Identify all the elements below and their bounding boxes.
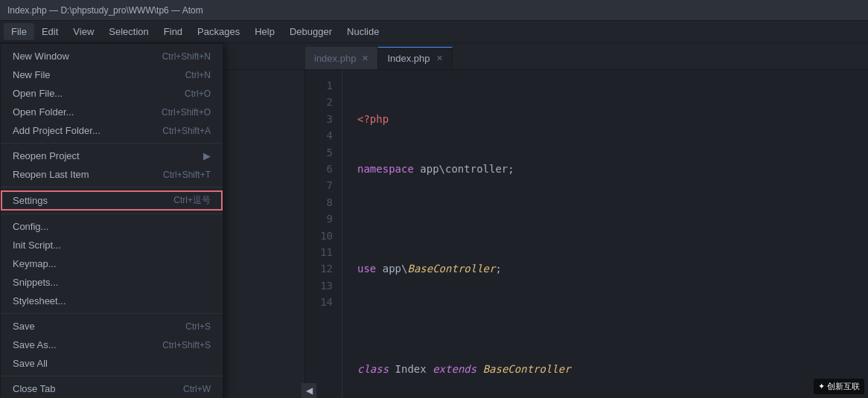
scroll-arrow-left[interactable]: ◀ (301, 383, 316, 398)
save-shortcut: Ctrl+S (185, 321, 211, 332)
line-num-14: 14 (305, 294, 333, 310)
keymap-label: Keymap... (13, 258, 57, 269)
separator-4 (1, 313, 223, 314)
line-num-4: 4 (305, 127, 333, 144)
separator-3 (1, 214, 223, 214)
code-line-6: class Index extends BaseController (357, 361, 853, 377)
menu-open-folder[interactable]: Open Folder... Ctrl+Shift+O (1, 103, 223, 121)
settings-shortcut: Ctrl+逗号 (173, 194, 211, 207)
watermark: ✦ 创新互联 (814, 379, 864, 394)
new-file-shortcut: Ctrl+N (185, 70, 211, 80)
menu-snippets[interactable]: Snippets... (1, 273, 223, 292)
title-bar: Index.php — D:\phpstudy_pro\WWW\tp6 — At… (0, 0, 868, 21)
menu-debugger[interactable]: Debugger (282, 23, 339, 40)
menu-new-window[interactable]: New Window Ctrl+Shift+N (1, 47, 223, 65)
settings-label: Settings (13, 195, 48, 206)
menu-new-file[interactable]: New File Ctrl+N (1, 65, 223, 84)
menu-init-script[interactable]: Init Script... (1, 236, 223, 254)
menu-reopen-last-item[interactable]: Reopen Last Item Ctrl+Shift+T (1, 165, 223, 184)
line-num-3: 3 (305, 111, 333, 127)
save-label: Save (13, 321, 35, 332)
separator-5 (1, 376, 223, 376)
add-project-folder-label: Add Project Folder... (13, 125, 100, 136)
menu-close-tab[interactable]: Close Tab Ctrl+W (1, 379, 223, 398)
code-line-1: <?php (357, 111, 853, 127)
menu-add-project-folder[interactable]: Add Project Folder... Ctrl+Shift+A (1, 121, 223, 140)
config-label: Config... (13, 221, 48, 232)
menu-view[interactable]: View (66, 23, 101, 40)
menu-find[interactable]: Find (156, 23, 190, 40)
menu-edit[interactable]: Edit (34, 23, 66, 40)
menu-reopen-project[interactable]: Reopen Project ▶ (1, 147, 223, 165)
menu-config[interactable]: Config... (1, 217, 223, 236)
line-num-5: 5 (305, 144, 333, 161)
line-num-2: 2 (305, 94, 333, 110)
menu-open-file[interactable]: Open File... Ctrl+O (1, 84, 223, 103)
new-file-label: New File (13, 69, 51, 80)
reopen-last-item-label: Reopen Last Item (13, 169, 89, 180)
menu-help[interactable]: Help (247, 23, 282, 40)
stylesheet-label: Stylesheet... (13, 295, 66, 306)
reopen-project-label: Reopen Project (13, 150, 80, 161)
code-area: 1 2 3 4 5 6 7 8 9 10 11 12 13 14 <?php n… (305, 70, 868, 398)
menu-save[interactable]: Save Ctrl+S (1, 317, 223, 336)
code-line-3 (357, 211, 853, 227)
menu-bar: File Edit View Selection Find Packages H… (0, 21, 868, 43)
code-content[interactable]: <?php namespace app\controller; use app\… (342, 70, 868, 398)
title-text: Index.php — D:\phpstudy_pro\WWW\tp6 — At… (7, 5, 203, 16)
close-tab-label: Close Tab (13, 383, 56, 394)
menu-nuclide[interactable]: Nuclide (339, 23, 386, 40)
line-numbers: 1 2 3 4 5 6 7 8 9 10 11 12 13 14 (305, 70, 342, 398)
open-file-label: Open File... (13, 88, 63, 99)
watermark-text: ✦ 创新互联 (818, 382, 860, 391)
line-num-7: 7 (305, 177, 333, 193)
code-line-5 (357, 310, 853, 327)
menu-stylesheet[interactable]: Stylesheet... (1, 292, 223, 310)
tab-Index-php-upper[interactable]: Index.php ✕ (378, 47, 452, 69)
menu-save-all[interactable]: Save All (1, 354, 223, 373)
menu-packages[interactable]: Packages (190, 23, 247, 40)
open-folder-shortcut: Ctrl+Shift+O (162, 107, 211, 118)
menu-file[interactable]: File (4, 23, 34, 40)
line-num-13: 13 (305, 277, 333, 294)
close-tab-shortcut: Ctrl+W (183, 384, 211, 394)
file-dropdown: New Window Ctrl+Shift+N New File Ctrl+N … (0, 43, 223, 398)
line-num-11: 11 (305, 244, 333, 260)
new-window-shortcut: Ctrl+Shift+N (162, 51, 211, 62)
save-all-label: Save All (13, 358, 48, 369)
line-num-1: 1 (305, 77, 333, 94)
menu-keymap[interactable]: Keymap... (1, 254, 223, 273)
open-file-shortcut: Ctrl+O (185, 89, 211, 99)
menu-settings[interactable]: Settings Ctrl+逗号 (1, 190, 223, 211)
tab-close-index-lower[interactable]: ✕ (362, 54, 368, 63)
separator-1 (1, 143, 223, 144)
code-line-2: namespace app\controller; (357, 161, 853, 177)
menu-selection[interactable]: Selection (101, 23, 156, 40)
line-num-9: 9 (305, 211, 333, 227)
line-num-8: 8 (305, 194, 333, 211)
reopen-project-arrow: ▶ (203, 150, 211, 161)
tab-label-Index-upper: Index.php (387, 53, 430, 64)
separator-2 (1, 187, 223, 187)
tab-index-php-lower[interactable]: index.php ✕ (305, 47, 378, 69)
line-num-10: 10 (305, 228, 333, 244)
save-as-label: Save As... (13, 339, 57, 350)
add-project-folder-shortcut: Ctrl+Shift+A (162, 126, 211, 136)
init-script-label: Init Script... (13, 240, 61, 251)
new-window-label: New Window (13, 51, 69, 62)
tab-label-index-lower: index.php (314, 53, 356, 64)
snippets-label: Snippets... (13, 277, 58, 288)
menu-save-as[interactable]: Save As... Ctrl+Shift+S (1, 336, 223, 354)
save-as-shortcut: Ctrl+Shift+S (162, 340, 211, 350)
code-line-4: use app\BaseController; (357, 260, 853, 277)
reopen-last-item-shortcut: Ctrl+Shift+T (163, 170, 211, 180)
open-folder-label: Open Folder... (13, 106, 74, 118)
line-num-6: 6 (305, 161, 333, 177)
tab-close-Index-upper[interactable]: ✕ (436, 54, 443, 63)
line-num-12: 12 (305, 260, 333, 277)
